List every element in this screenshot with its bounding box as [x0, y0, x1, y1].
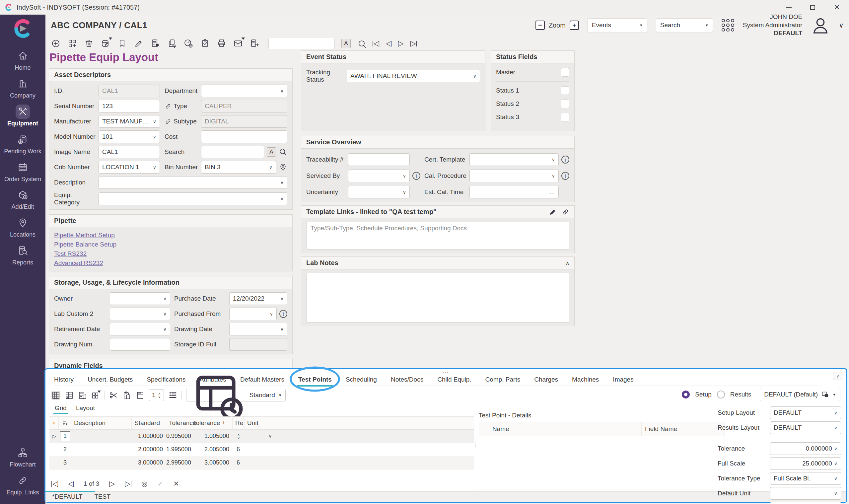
avatar[interactable] [811, 16, 830, 35]
col-description[interactable]: Description [71, 417, 132, 429]
sort-icon[interactable] [59, 417, 71, 429]
sidebar-item-equipment[interactable]: Equipment [7, 105, 38, 127]
close-icon[interactable]: ✕ [834, 3, 840, 11]
minimize-icon[interactable] [786, 7, 792, 7]
unit-dropdown[interactable]: ∨ [245, 434, 275, 439]
setup-radio[interactable] [682, 391, 690, 398]
user-menu-chevron-icon[interactable]: ∨ [839, 21, 844, 29]
full-scale-field[interactable]: 25.000000∨ [770, 457, 841, 470]
model-select[interactable]: 101∨ [98, 130, 160, 143]
search-icon[interactable] [357, 39, 366, 48]
owner-select[interactable]: ∨ [110, 292, 170, 305]
link-icon[interactable] [561, 208, 569, 216]
edit-icon[interactable] [134, 38, 144, 49]
serviced-by-select[interactable]: ∨ [348, 169, 410, 182]
id-field[interactable]: CAL1 [98, 85, 160, 97]
table-row[interactable]: 2 2.000000 1.995000 2.005000 6 [50, 443, 474, 456]
sidebar-item-locations[interactable]: Locations [10, 216, 36, 238]
zoom-out-button[interactable]: − [536, 21, 545, 30]
grid-options-icon[interactable] [91, 391, 100, 400]
grid-report-icon[interactable] [78, 391, 87, 400]
status3-checkbox[interactable] [561, 113, 569, 122]
image-name-field[interactable]: CAL1 [98, 146, 160, 158]
sheet-test[interactable]: TEST [94, 493, 111, 500]
info-icon[interactable]: i [561, 156, 569, 164]
info-icon[interactable]: i [412, 172, 420, 180]
partial-field[interactable] [770, 502, 841, 504]
lab-custom2-select[interactable]: ∨ [110, 308, 170, 320]
table-row[interactable]: ▷ 1 1.000000 0.995000 1.005000 ∧∨ ∨ [50, 430, 474, 443]
tab-images[interactable]: Images [613, 376, 633, 383]
row-number[interactable]: 1 [60, 431, 70, 441]
clipboard-check-icon[interactable] [200, 38, 210, 49]
uncertainty-select[interactable]: ∨ [348, 186, 410, 198]
columns-grid-icon[interactable] [168, 391, 177, 400]
nav-next-button[interactable]: ▷ [398, 39, 404, 48]
bin-select[interactable]: BIN 3∨ [201, 161, 276, 174]
match-case-button[interactable]: A [341, 39, 351, 48]
col-tolerance-plus[interactable]: Tolerance + [190, 417, 233, 429]
search-select[interactable]: Search ▼ [656, 18, 713, 32]
traceability-field[interactable] [348, 153, 410, 166]
sidebar-item-pending-work[interactable]: Pending Work [4, 132, 41, 155]
col-re[interactable]: Re [233, 417, 245, 429]
retirement-date-select[interactable]: ∨ [110, 323, 170, 336]
results-layout-select[interactable]: DEFAULT∨ [770, 421, 841, 434]
test-rs232-link[interactable]: Test RS232 [54, 249, 287, 258]
col-unit[interactable]: Unit [245, 417, 275, 429]
app-logo-icon[interactable] [12, 18, 34, 41]
row-expand-icon[interactable]: ▷ [50, 433, 59, 439]
cost-field[interactable] [201, 130, 287, 143]
collapse-chevron-icon[interactable]: ∧ [566, 260, 569, 266]
events-select[interactable]: Events ▼ [588, 18, 647, 32]
paste-icon[interactable] [122, 391, 131, 400]
setup-layout-select[interactable]: DEFAULT∨ [770, 407, 841, 419]
master-checkbox[interactable] [561, 68, 569, 77]
default-unit-select[interactable]: ∨ [770, 487, 841, 500]
asset-search-field[interactable] [201, 146, 264, 158]
nav-first-button[interactable]: ◁ [373, 39, 379, 48]
results-radio[interactable] [717, 391, 725, 398]
sidebar-item-company[interactable]: Company [10, 77, 36, 99]
category-select[interactable]: ∨ [98, 193, 287, 205]
tab-uncert-budgets[interactable]: Uncert. Budgets [88, 376, 133, 383]
report-add-icon[interactable] [150, 38, 160, 49]
col-standard[interactable]: Standard [132, 417, 166, 429]
export-excel-icon[interactable] [65, 391, 74, 400]
pager-last-button[interactable]: ▷ [125, 480, 131, 488]
cert-template-select[interactable]: ∨ [469, 153, 559, 166]
details-col-field-name[interactable]: Field Name [642, 422, 725, 436]
sidebar-item-home[interactable]: Home [15, 49, 31, 71]
tolerance-field[interactable]: 0.000000∨ [770, 442, 841, 455]
panel-collapse-button[interactable]: ∨ [833, 372, 842, 380]
email-icon[interactable] [233, 38, 243, 49]
info-icon[interactable]: i [561, 172, 569, 180]
tab-scheduling[interactable]: Scheduling [346, 376, 377, 383]
storage-id-full-field[interactable] [229, 338, 287, 351]
tab-charges[interactable]: Charges [534, 376, 558, 383]
drawing-date-select[interactable]: ∨ [229, 323, 287, 336]
subtab-layout[interactable]: Layout [76, 404, 95, 412]
tab-default-masters[interactable]: Default Masters [240, 376, 284, 383]
status1-checkbox[interactable] [561, 86, 569, 95]
tab-child-equip[interactable]: Child Equip. [437, 376, 471, 383]
print-icon[interactable] [217, 38, 227, 49]
pager-first-button[interactable]: ◁ [51, 480, 58, 488]
location-pin-icon[interactable] [279, 163, 287, 172]
more-icon[interactable]: … [549, 189, 555, 196]
cal-procedure-select[interactable]: ∨ [469, 169, 559, 182]
gauge-check-icon[interactable] [183, 38, 194, 49]
view-grid-icon[interactable] [51, 391, 60, 400]
drawing-num-field[interactable] [110, 338, 170, 351]
maximize-icon[interactable] [810, 5, 815, 10]
crib-select[interactable]: LOCATION 1∨ [98, 161, 160, 174]
zoom-in-button[interactable]: + [570, 21, 579, 30]
purchase-date-select[interactable]: 12/20/2022∨ [229, 292, 287, 305]
pipette-method-setup-link[interactable]: Pipette Method Setup [54, 231, 287, 240]
pipette-balance-setup-link[interactable]: Pipette Balance Setup [54, 240, 287, 249]
row-number[interactable]: 3 [59, 459, 71, 466]
status2-checkbox[interactable] [561, 100, 569, 108]
row-count-stepper[interactable]: 1 ∧∨ [149, 389, 164, 401]
tracking-status-select[interactable]: AWAIT. FINAL REVIEW∨ [347, 70, 480, 82]
rules-icon[interactable] [50, 417, 59, 429]
